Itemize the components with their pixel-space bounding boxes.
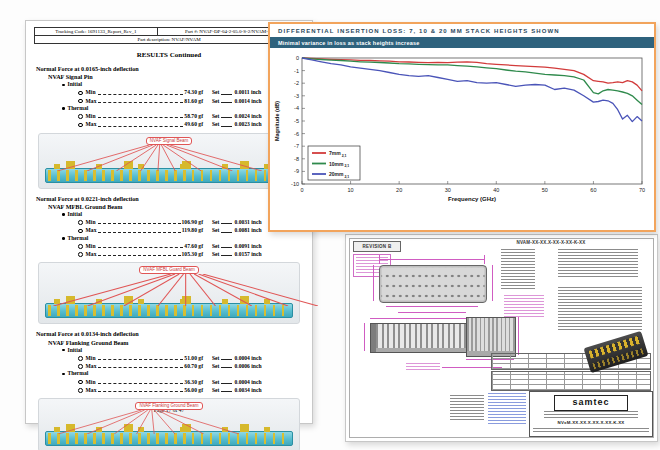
section-heading: Normal Force at 0.0165-inch deflection xyxy=(36,65,302,73)
bullet-icon xyxy=(62,373,65,376)
dimension-note-lines xyxy=(406,363,440,371)
force-section-1: Normal Force at 0.0165-inch deflection N… xyxy=(36,65,302,129)
bullet-icon xyxy=(62,237,65,240)
group-label: Initial xyxy=(62,211,302,218)
connector-cross-section-diagram: NVAF Flanking Ground Beam xyxy=(38,398,300,450)
svg-text:0: 0 xyxy=(296,55,299,61)
measure-row: Min47.60 gfSet0.0091 inch xyxy=(78,243,300,250)
svg-text:40: 40 xyxy=(493,187,499,193)
chart-title: DIFFERENTIAL INSERTION LOSS: 7, 10 & 20 … xyxy=(270,24,654,37)
group-label: Thermal xyxy=(62,370,302,377)
part-description: Part description: NVAF/NVAM xyxy=(35,36,303,43)
dimension-line xyxy=(492,265,493,301)
dash-leader xyxy=(98,359,184,360)
group-label: Thermal xyxy=(62,105,302,112)
circle-bullet-icon xyxy=(78,252,83,257)
circle-bullet-icon xyxy=(78,380,83,385)
measure-row: Max60.70 gfSet0.0006 inch xyxy=(78,363,300,370)
callout-lines xyxy=(47,410,255,434)
dash-leader xyxy=(221,359,232,360)
dash-leader xyxy=(221,247,232,248)
svg-text:-3: -3 xyxy=(294,93,299,99)
dash-leader xyxy=(221,102,232,103)
dash-leader xyxy=(98,102,183,103)
measure-row: Min106.90 gfSet0.0031 inch xyxy=(78,219,300,226)
desktop-collage: Tracking Code: 1691133_Report_Rev_1 Part… xyxy=(0,0,660,450)
diagram-callout-label: NVAF Flanking Ground Beam xyxy=(135,402,202,410)
svg-text:-1: -1 xyxy=(294,68,299,74)
samtec-logo: samtec xyxy=(554,395,628,411)
section-subheading: NVAF Signal Pin xyxy=(48,73,302,81)
svg-text:-8: -8 xyxy=(294,156,299,162)
dash-leader xyxy=(98,223,181,224)
dash-leader xyxy=(221,391,232,392)
measure-row: Max56.00 gfSet0.0034 inch xyxy=(78,387,300,394)
bullet-icon xyxy=(62,107,65,110)
svg-text:60: 60 xyxy=(590,187,596,193)
dimension-line xyxy=(398,312,466,313)
svg-text:30: 30 xyxy=(445,187,451,193)
measure-row: Min74.30 gfSet0.0011 inch xyxy=(78,89,300,96)
measure-row: Min58.70 gfSet0.0024 inch xyxy=(78,113,300,120)
measure-row: Max49.60 gfSet0.0023 inch xyxy=(78,121,300,128)
connector-cross-section-diagram: NVAF Signal Beam xyxy=(38,133,300,189)
svg-text:0: 0 xyxy=(300,187,303,193)
section-subheading: NVAF MFBL Ground Beam xyxy=(48,203,302,211)
dash-leader xyxy=(98,126,183,127)
title-block-footer-lines xyxy=(533,428,649,433)
dash-leader xyxy=(98,232,180,233)
measure-row: Max105.30 gfSet0.0157 inch xyxy=(78,251,300,258)
group-label: Initial xyxy=(62,347,302,354)
svg-text:10: 10 xyxy=(348,187,354,193)
circle-bullet-icon xyxy=(78,114,83,119)
dash-leader xyxy=(98,255,180,256)
svg-text:70: 70 xyxy=(639,187,645,193)
drawing-notes xyxy=(558,287,642,331)
dash-leader xyxy=(221,383,232,384)
svg-text:-5: -5 xyxy=(294,118,299,124)
section-heading: Normal Force at 0.0221-inch deflection xyxy=(36,195,302,203)
measure-row: Min51.00 gfSet0.0004 inch xyxy=(78,355,300,362)
connector-front-view xyxy=(379,265,487,303)
callout-lines xyxy=(47,145,272,171)
svg-text:-6: -6 xyxy=(294,131,299,137)
group-label: Initial xyxy=(62,81,302,88)
dimension-line xyxy=(373,265,374,301)
dash-leader xyxy=(221,117,232,118)
bullet-icon xyxy=(62,349,65,352)
circle-bullet-icon xyxy=(78,91,83,96)
measure-row: Max81.60 gfSet0.0014 inch xyxy=(78,98,300,105)
dash-leader xyxy=(98,247,184,248)
circle-bullet-icon xyxy=(78,388,83,393)
diagram-callout-label: NVAF Signal Beam xyxy=(146,137,192,145)
report-header-table: Tracking Code: 1691133_Report_Rev_1 Part… xyxy=(34,27,304,44)
connector-profile-view xyxy=(466,317,516,357)
section-heading: Normal Force at 0.0134-inch deflection xyxy=(36,330,302,338)
circle-bullet-icon xyxy=(78,356,83,361)
group-label: Thermal xyxy=(62,235,302,242)
svg-text:Frequency (GHz): Frequency (GHz) xyxy=(448,196,496,202)
title-block: samtec NVxM-XX-XX.X-XX-X-XX-K-XX xyxy=(529,391,653,437)
revision-label: REVISION B xyxy=(353,241,401,252)
dash-leader xyxy=(221,126,232,127)
force-section-3: Normal Force at 0.0134-inch deflection N… xyxy=(36,330,302,394)
spec-table xyxy=(491,371,651,391)
circle-bullet-icon xyxy=(78,364,83,369)
svg-text:20: 20 xyxy=(396,187,402,193)
svg-text:-2: -2 xyxy=(294,80,299,86)
svg-text:-4: -4 xyxy=(294,105,299,111)
dash-leader xyxy=(98,117,184,118)
circle-bullet-icon xyxy=(78,244,83,249)
drawing-part-number: NVAM-XX-XX.X-XX-X-XX-K-XX xyxy=(456,240,646,245)
dash-leader xyxy=(221,223,232,224)
title-block-part-number: NVxM-XX-XX.X-XX-X-XX-K-XX xyxy=(532,420,650,425)
svg-text:-7: -7 xyxy=(294,143,299,149)
dimension-line xyxy=(518,317,519,355)
dimension-line xyxy=(379,259,485,260)
dash-leader xyxy=(98,391,183,392)
blue-notes xyxy=(488,393,526,425)
bullet-icon xyxy=(62,213,65,216)
connector-cross-section-diagram: NVAF MFBL Guard Beam xyxy=(38,262,300,324)
section-subheading: NVAF Flanking Ground Beam xyxy=(48,339,302,347)
measure-row: Min36.30 gfSet0.0004 inch xyxy=(78,379,300,386)
